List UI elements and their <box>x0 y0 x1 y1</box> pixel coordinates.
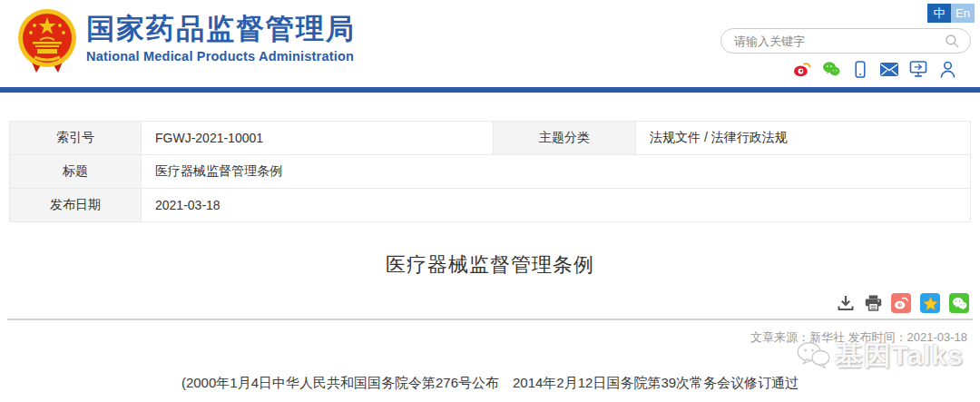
index-number-value: FGWJ-2021-10001 <box>142 122 494 155</box>
download-icon[interactable] <box>837 294 855 312</box>
header-divider-bar <box>0 87 980 93</box>
share-weibo-button[interactable] <box>891 293 911 313</box>
header-social-icons <box>793 60 956 78</box>
mail-icon[interactable] <box>880 60 898 78</box>
print-icon[interactable] <box>864 294 882 312</box>
article-body: (2000年1月4日中华人民共和国国务院令第276号公布 2014年2月12日国… <box>0 369 980 402</box>
weibo-icon[interactable] <box>793 60 811 78</box>
lang-chinese-button[interactable]: 中 <box>927 4 951 23</box>
table-row: 索引号 FGWJ-2021-10001 主题分类 法规文件 / 法律行政法规 <box>10 122 971 155</box>
publish-date-label: 发布日期 <box>10 189 142 222</box>
body-line: 根据2017年5月4日《国务院关于修改〈医疗器械监督管理条例〉的决定》修订 20… <box>0 397 980 402</box>
page: 国家药品监督管理局 National Medical Products Admi… <box>0 0 980 402</box>
title-value: 医疗器械监督管理条例 <box>142 155 971 189</box>
article-meta: 文章来源：新华社 发布时间：2021-03-18 <box>0 329 967 346</box>
share-wechat-button[interactable] <box>949 293 969 313</box>
article-toolbar <box>0 293 969 313</box>
content-divider <box>7 319 973 320</box>
wechat-icon[interactable] <box>822 60 840 78</box>
lang-english-button[interactable]: En <box>951 4 975 23</box>
body-line: (2000年1月4日中华人民共和国国务院令第276号公布 2014年2月12日国… <box>0 369 980 397</box>
table-row: 标题 医疗器械监督管理条例 <box>10 155 971 189</box>
site-title-cn: 国家药品监督管理局 <box>86 13 356 45</box>
site-header: 国家药品监督管理局 National Medical Products Admi… <box>0 0 980 87</box>
mobile-icon[interactable] <box>851 60 869 78</box>
index-number-label: 索引号 <box>10 122 142 155</box>
document-info-table: 索引号 FGWJ-2021-10001 主题分类 法规文件 / 法律行政法规 标… <box>9 121 971 222</box>
national-emblem-logo <box>13 5 82 78</box>
message-icon[interactable] <box>909 60 927 78</box>
search-icon[interactable] <box>943 32 961 50</box>
table-row: 发布日期 2021-03-18 <box>10 189 971 222</box>
search-box <box>720 28 971 54</box>
publish-date-value: 2021-03-18 <box>142 189 971 222</box>
topic-category-value: 法规文件 / 法律行政法规 <box>636 122 971 155</box>
search-input[interactable] <box>734 34 943 48</box>
site-title-en: National Medical Products Administration <box>86 49 356 64</box>
language-toggle: 中 En <box>927 4 975 23</box>
topic-category-label: 主题分类 <box>494 122 636 155</box>
share-qzone-button[interactable] <box>920 293 940 313</box>
brand-block: 国家药品监督管理局 National Medical Products Admi… <box>86 13 356 64</box>
article-title: 医疗器械监督管理条例 <box>0 251 980 279</box>
user-icon[interactable] <box>938 60 956 78</box>
title-label: 标题 <box>10 155 142 189</box>
